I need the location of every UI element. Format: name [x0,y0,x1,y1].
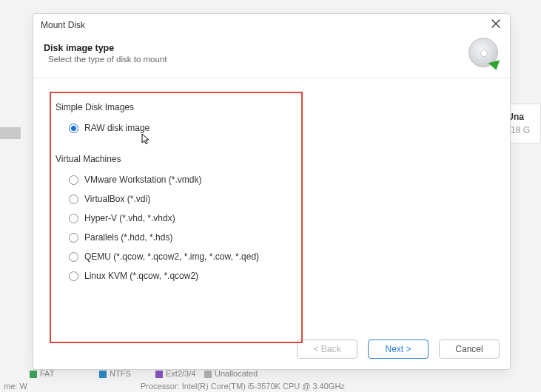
mount-disk-dialog: Mount Disk Disk image type Select the ty… [33,13,511,370]
back-button[interactable]: < Back [297,339,357,359]
dialog-title: Mount Disk [41,20,85,30]
dialog-header: Disk image type Select the type of disk … [33,35,510,78]
dialog-content: Simple Disk Images RAW disk image Virtua… [33,78,510,334]
bg-processor-info: Processor: Intel(R) Core(TM) i5-3570K CP… [141,382,345,391]
header-subtitle: Select the type of disk to mount [48,55,468,64]
cancel-button[interactable]: Cancel [439,339,500,359]
bg-legend-bar: FAT NTFS Ext2/3/4 Unallocated me: W Proc… [0,367,541,392]
dialog-titlebar: Mount Disk [33,14,510,35]
close-icon [491,19,500,28]
next-button[interactable]: Next > [368,339,429,359]
annotation-highlight-box [50,92,303,343]
bg-selected-row [0,127,21,139]
bg-legend-fat: FAT [30,369,54,378]
bg-legend-unalloc: Unallocated [204,369,258,378]
bg-legend-ntfs: NTFS [99,369,131,378]
close-button[interactable] [489,18,503,32]
bg-name-fragment: me: W [4,382,27,391]
header-heading: Disk image type [44,43,468,53]
disk-mount-icon [468,38,500,69]
bg-legend-ext: Ext2/3/4 [155,369,195,378]
